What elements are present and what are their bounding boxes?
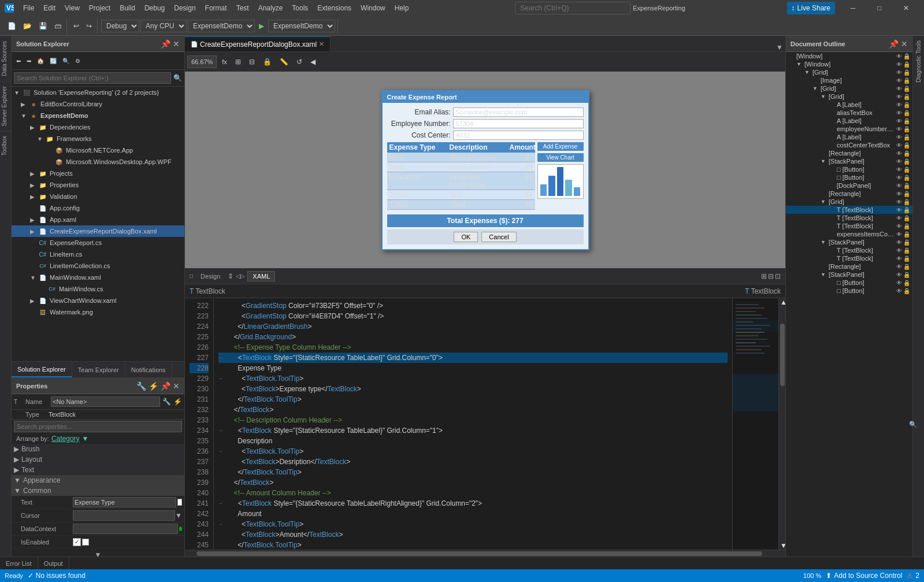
doc-tab-create-expense[interactable]: 📄 CreateExpenseReportDialogBox.xaml ✕ — [185, 36, 331, 51]
outline-eye-icon-18[interactable]: 👁 — [896, 199, 902, 205]
name-input[interactable] — [51, 396, 160, 407]
se-settings-button[interactable]: ⚙ — [73, 53, 83, 68]
menu-edit[interactable]: Edit — [39, 0, 60, 16]
props-search-input[interactable] — [14, 421, 182, 432]
add-to-source-control[interactable]: ⬆ Add to Source Control — [826, 572, 902, 580]
se-forward-button[interactable]: ➡ — [24, 53, 34, 68]
projects-folder[interactable]: ▶ 📁 Projects — [12, 168, 184, 179]
save-all-button[interactable]: 🗃 — [51, 18, 64, 34]
se-back-button[interactable]: ⬅ — [14, 53, 23, 68]
outline-lock-icon-4[interactable]: 🔒 — [903, 86, 910, 92]
wpf-ref[interactable]: ▶ 📦 Microsoft.WindowsDesktop.App.WPF — [12, 156, 184, 168]
outline-eye-icon-9[interactable]: 👁 — [896, 126, 902, 132]
design-canvas[interactable]: Create Expense Report Email Alias: Someo… — [185, 72, 785, 268]
outline-eye-icon-27[interactable]: 👁 — [896, 272, 902, 278]
outline-lock-icon-18[interactable]: 🔒 — [903, 199, 910, 205]
main-window-cs-file[interactable]: ▶ C# MainWindow.cs — [12, 283, 184, 295]
text-section[interactable]: ▶ Text — [12, 465, 184, 475]
tab-solution-explorer[interactable]: Solution Explorer — [12, 362, 72, 377]
outline-item-22[interactable]: expensesItemsControl 👁 🔒 — [786, 230, 912, 238]
outline-eye-icon-8[interactable]: 👁 — [896, 118, 902, 124]
outline-item-5[interactable]: ▼ [Grid] 👁 🔒 — [786, 92, 912, 101]
outline-lock-icon-29[interactable]: 🔒 — [903, 288, 910, 294]
project-dropdown[interactable]: ExpenseItDemo — [188, 20, 255, 32]
outline-lock-icon-20[interactable]: 🔒 — [903, 215, 910, 221]
properties-close-icon[interactable]: ✕ — [173, 381, 180, 391]
code-scrollbar-v[interactable]: ▲ ▼ — [778, 298, 785, 550]
properties-lightning-icon[interactable]: ⚡ — [149, 381, 158, 391]
tab-design[interactable]: Design — [195, 271, 225, 281]
netcore-ref[interactable]: ▶ 📦 Microsoft.NETCore.App — [12, 144, 184, 156]
menu-window[interactable]: Window — [356, 0, 390, 16]
data-sources-tab[interactable]: Data Sources — [0, 36, 11, 81]
lineitem-collection-file[interactable]: ▶ C# LineItemCollection.cs — [12, 260, 184, 272]
menu-file[interactable]: File — [18, 0, 39, 16]
live-share-button[interactable]: ↕ Live Share — [787, 2, 835, 14]
menu-test[interactable]: Test — [232, 0, 254, 16]
outline-lock-icon-23[interactable]: 🔒 — [903, 239, 910, 246]
properties-pin-icon[interactable]: 📌 — [161, 381, 170, 391]
collapse-button[interactable]: ◀ — [307, 54, 318, 69]
run-project-dropdown[interactable]: ExpenseItDemo — [268, 20, 335, 32]
expense-report-file[interactable]: ▶ C# ExpenseReport.cs — [12, 237, 184, 249]
outline-lock-icon-12[interactable]: 🔒 — [903, 150, 910, 157]
outline-item-29[interactable]: □ [Button] 👁 🔒 — [786, 287, 912, 295]
outline-item-25[interactable]: T [TextBlock] 👁 🔒 — [786, 254, 912, 262]
outline-eye-icon-12[interactable]: 👁 — [896, 150, 902, 157]
outline-lock-icon-24[interactable]: 🔒 — [903, 247, 910, 254]
pin-icon[interactable]: 📌 — [161, 39, 170, 49]
outline-eye-icon-11[interactable]: 👁 — [896, 142, 902, 149]
outline-item-17[interactable]: [Rectangle] 👁 🔒 — [786, 190, 912, 198]
outline-item-28[interactable]: □ [Button] 👁 🔒 — [786, 279, 912, 287]
appearance-section[interactable]: ▼ Appearance — [12, 475, 184, 485]
scroll-thumb-h[interactable] — [196, 551, 762, 556]
outline-eye-icon-19[interactable]: 👁 — [896, 207, 902, 213]
outline-eye-icon-26[interactable]: 👁 — [896, 264, 902, 270]
menu-extensions[interactable]: Extensions — [313, 0, 356, 16]
outline-lock-icon-7[interactable]: 🔒 — [903, 110, 910, 116]
doc-outline-pin-icon[interactable]: 📌 — [889, 39, 899, 49]
outline-eye-icon-17[interactable]: 👁 — [896, 191, 902, 197]
outline-lock-icon-11[interactable]: 🔒 — [903, 142, 910, 149]
outline-item-14[interactable]: □ [Button] 👁 🔒 — [786, 165, 912, 173]
menu-format[interactable]: Format — [201, 0, 232, 16]
outline-lock-icon-27[interactable]: 🔒 — [903, 272, 910, 278]
properties-wrench-icon[interactable]: 🔧 — [136, 381, 146, 391]
outline-lock-icon-8[interactable]: 🔒 — [903, 118, 910, 124]
menu-help[interactable]: Help — [390, 0, 414, 16]
outline-item-15[interactable]: □ [Button] 👁 🔒 — [786, 173, 912, 181]
outline-lock-icon-14[interactable]: 🔒 — [903, 166, 910, 173]
create-expense-file[interactable]: ▶ 📄 CreateExpenseReportDialogBox.xaml — [12, 225, 184, 237]
scroll-arrow-up[interactable]: ▲ — [780, 298, 785, 306]
dependencies-folder[interactable]: ▶ 📁 Dependencies — [12, 121, 184, 133]
menu-design[interactable]: Design — [169, 0, 200, 16]
maximize-button[interactable]: □ — [866, 0, 893, 16]
outline-item-27[interactable]: ▼ [StackPanel] 👁 🔒 — [786, 270, 912, 279]
arrange-by-link[interactable]: Category — [51, 435, 80, 443]
outline-eye-icon-24[interactable]: 👁 — [896, 247, 902, 254]
new-file-button[interactable]: 📄 — [5, 18, 19, 34]
prop-wrench-icon[interactable]: 🔧 — [162, 398, 171, 406]
outline-eye-icon-15[interactable]: 👁 — [896, 175, 902, 181]
code-lines[interactable]: <GradientStop Color="#73B2F5" Offset="0"… — [214, 298, 732, 550]
outline-item-19[interactable]: T [TextBlock] 👁 🔒 — [786, 206, 912, 214]
lineitem-file[interactable]: ▶ C# LineItem.cs — [12, 249, 184, 260]
cursor-prop-input[interactable] — [73, 510, 175, 521]
outline-eye-icon-28[interactable]: 👁 — [896, 280, 902, 286]
outline-eye-icon-1[interactable]: 👁 — [896, 61, 902, 68]
doc-tabs-menu[interactable]: ▼ — [774, 43, 785, 51]
outline-lock-icon-28[interactable]: 🔒 — [903, 280, 910, 286]
add-expense-button[interactable]: Add Expense — [537, 142, 584, 151]
layout-section[interactable]: ▶ Layout — [12, 454, 184, 465]
tile-view-button[interactable]: ⊟ — [246, 54, 258, 69]
formula-button[interactable]: fx — [219, 54, 230, 69]
outline-lock-icon-0[interactable]: 🔒 — [903, 53, 910, 60]
outline-eye-icon-25[interactable]: 👁 — [896, 255, 902, 262]
cursor-dropdown-icon[interactable]: ▼ — [175, 511, 182, 520]
outline-item-20[interactable]: T [TextBlock] 👁 🔒 — [786, 214, 912, 222]
arrange-down-icon[interactable]: ▼ — [82, 435, 89, 443]
code-scrollbar-h[interactable] — [185, 550, 785, 557]
outline-eye-icon-10[interactable]: 👁 — [896, 134, 902, 140]
doc-tab-close[interactable]: ✕ — [319, 40, 324, 48]
outline-lock-icon-9[interactable]: 🔒 — [903, 126, 910, 132]
